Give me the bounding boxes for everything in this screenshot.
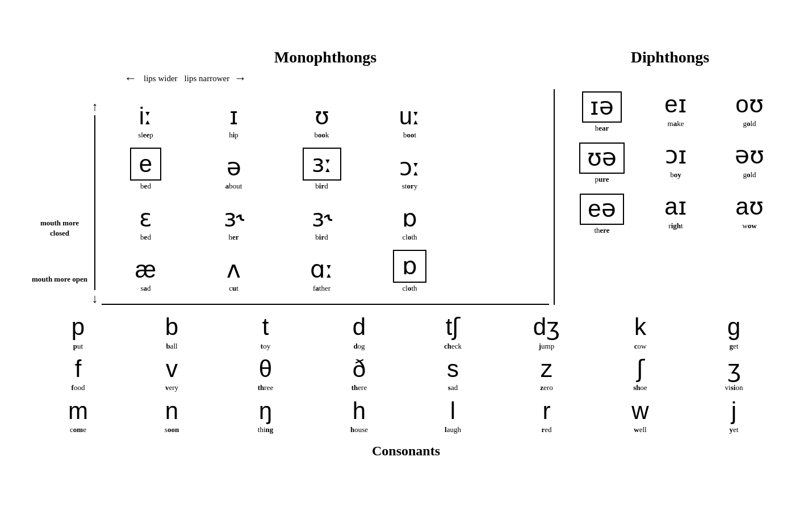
diph-word-aU2: gold [743,170,756,179]
cons-word-d: dog [353,342,365,351]
cons-cell-b: b ball [125,311,219,353]
vowel-ipa-uu: uː [399,103,420,129]
cons-ipa-v: v [166,356,178,382]
vowel-word-uu: boot [403,131,416,140]
diphthong-grid: ɪə hear eɪ make oʊ gold ʊə pure ɔɪ [565,89,781,242]
diph-ipa-aU: aʊ [735,194,763,220]
vowel-word-script-o: cloth [402,233,417,242]
up-arrow-icon: ↑ [92,100,98,113]
cons-ipa-r: r [543,398,551,424]
cons-word-g: get [730,342,739,351]
diph-word-Ua: pure [595,175,609,184]
vowel-ipa-ash: æ [135,257,156,283]
cons-word-j: yet [730,425,739,434]
vowel-grid: iː sleep ɪ hip ʊ book uː boot e [102,89,549,294]
cons-ipa-d: d [353,314,366,340]
cons-ipa-g: g [727,314,740,340]
cons-ipa-sh: ʃ [637,356,644,382]
vowel-word-e: bed [140,182,151,191]
cons-cell-f: f food [31,353,125,395]
diph-word-OI: boy [670,170,681,179]
vowel-ipa-e: e [130,148,161,181]
cons-word-m: come [70,425,86,434]
vowel-cell-epsilon: ɛ bed [102,191,190,242]
cons-cell-ng: ŋ thing [219,395,312,437]
vowel-cell-a-colon: ɑː father [278,242,366,294]
down-arrow-icon: ↓ [92,292,98,305]
cons-ipa-n: n [165,398,178,424]
cons-cell-zh: ʒ vision [687,353,781,395]
vowel-ipa-reversed-schwa: ɜ˞ [224,206,244,232]
vowel-ipa-I: ɪ [229,103,238,129]
cons-word-sh: shoe [633,383,647,392]
cons-ipa-f: f [75,356,82,382]
cons-ipa-t: t [262,314,269,340]
vowel-word-I: hip [229,131,238,140]
diph-ipa-Ua: ʊə [579,143,625,173]
cons-word-ng: thing [258,425,273,434]
cons-cell-w: w well [593,395,687,437]
vowel-ipa-epsilon: ɛ [139,206,152,232]
monophthongs-title: Monophthongs [274,48,377,66]
cons-cell-sh: ʃ shoe [593,353,687,395]
vowel-cell-ii: iː sleep [102,89,190,140]
cons-word-zh: vision [725,383,743,392]
cons-cell-m: m come [31,395,125,437]
vowel-word-3r: bird [315,233,328,242]
vowel-ipa-schwa: ə [227,154,241,181]
cons-cell-h: h house [312,395,406,437]
diph-cell-Ua: ʊə pure [565,140,639,191]
vowel-word-a-colon: father [313,284,330,293]
diph-ipa-aI: aɪ [664,194,687,220]
cons-cell-tsh: tʃ check [406,311,500,353]
vowel-cell-3colon: ɜː bird [278,140,366,191]
cons-word-k: cow [634,342,647,351]
diph-word-ea: there [594,226,609,235]
lips-wider-label: lips wider [144,74,178,83]
cons-ipa-b: b [165,314,178,340]
diph-ipa-eI: eɪ [664,91,687,118]
vowel-cell-e: e bed [102,140,190,191]
cons-word-b: ball [166,342,177,351]
diph-cell-eI: eɪ make [639,89,713,140]
cons-ipa-dzh: dʒ [533,314,560,340]
cons-ipa-l: l [450,398,455,424]
cons-word-h: house [350,425,368,434]
vowel-word-reversed-schwa: her [228,233,238,242]
vowel-ipa-3colon: ɜː [303,148,341,181]
vowel-ipa-open-o-short: ɒ [393,250,426,283]
cons-ipa-m: m [68,398,88,424]
cons-word-eth: there [351,383,367,392]
lips-narrower-label: lips narrower [185,74,230,83]
diph-cell-aU2: əʊ gold [713,140,786,191]
diph-cell-aU: aʊ wow [713,191,786,242]
vowel-word-wedge: cut [229,284,238,293]
vertical-divider [554,89,555,305]
cons-ipa-k: k [634,314,646,340]
diph-ipa-oU: oʊ [735,91,763,118]
cons-ipa-h: h [353,398,366,424]
cons-ipa-tsh: tʃ [446,314,461,340]
vowel-cell-uu: uː boot [366,89,454,140]
cons-cell-z: z zero [500,353,593,395]
diph-cell-Ia: ɪə hear [565,89,639,140]
cons-word-f: food [72,383,85,392]
cons-ipa-j: j [731,398,736,424]
vowel-word-schwa: about [225,182,242,191]
vowel-ipa-upsilon: ʊ [315,103,329,129]
cons-word-r: red [541,425,551,434]
cons-cell-d: d dog [312,311,406,353]
vowel-ipa-script-o: ɒ [402,206,417,232]
cons-ipa-ng: ŋ [259,398,272,424]
vowel-cell-I: ɪ hip [190,89,278,140]
diph-cell-OI: ɔɪ boy [639,140,713,191]
cons-cell-k: k cow [593,311,687,353]
cons-word-p: put [73,342,83,351]
cons-cell-n: n soon [125,395,219,437]
cons-cell-r: r red [500,395,593,437]
cons-ipa-theta: θ [259,356,272,382]
diph-ipa-OI: ɔɪ [665,143,687,169]
mouth-open-label: mouth more open [32,274,87,284]
cons-cell-t: t toy [219,311,312,353]
diph-cell-ea: eə there [565,191,639,242]
